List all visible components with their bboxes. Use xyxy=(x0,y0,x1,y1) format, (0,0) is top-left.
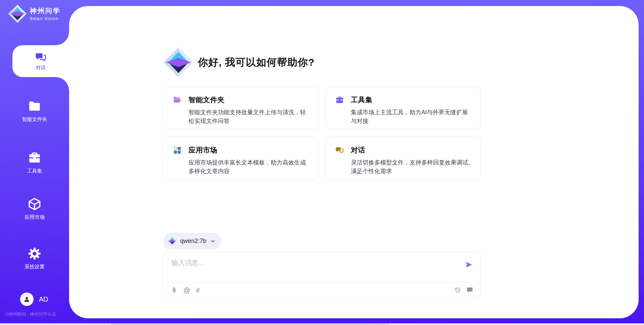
at-icon: @ xyxy=(183,287,190,294)
card-title: 工具集 xyxy=(351,95,373,105)
paperclip-icon xyxy=(171,286,178,294)
model-selector[interactable]: qwen2:7b xyxy=(163,233,221,249)
topic-button[interactable]: # xyxy=(196,287,200,294)
sidebar-item-label: 智能文件夹 xyxy=(0,116,69,123)
app-grid-icon xyxy=(173,146,182,155)
card-description: 智能文件夹功能支持批量文件上传与清洗，轻松实现文件问答 xyxy=(189,108,309,126)
hash-icon: # xyxy=(196,287,200,294)
new-chat-button[interactable] xyxy=(466,286,473,294)
composer: @ # xyxy=(163,252,481,298)
sidebar-item-label: 系统设置 xyxy=(0,264,69,270)
brand-name-cn: 神州问学 xyxy=(30,6,61,15)
horizontal-scrollbar-thumb[interactable] xyxy=(111,323,389,325)
composer-toolbar-right xyxy=(454,286,473,294)
history-button[interactable] xyxy=(454,286,461,294)
chat-icon xyxy=(335,146,344,155)
greeting-text: 你好, 我可以如何帮助你? xyxy=(198,56,315,69)
sidebar-item-toolset[interactable]: 工具集 xyxy=(0,151,69,174)
card-smart-folder[interactable]: 智能文件夹 智能文件夹功能支持批量文件上传与清洗，轻松实现文件问答 xyxy=(163,86,318,129)
model-name: qwen2:7b xyxy=(180,238,206,245)
brand-diamond-icon xyxy=(163,47,194,78)
content-column: 你好, 我可以如何帮助你? 智能文件夹 智能文件夹功能支持批量文件上传与清洗，轻… xyxy=(163,0,481,325)
feature-cards: 智能文件夹 智能文件夹功能支持批量文件上传与清洗，轻松实现文件问答 工具集 集成… xyxy=(163,86,481,180)
sidebar-item-label: 应用市场 xyxy=(0,214,69,220)
sidebar: 神州问学 Smart Vision 对话 智能文件夹 工具集 应用市场 xyxy=(0,0,69,325)
card-header: 智能文件夹 xyxy=(173,95,309,105)
card-title: 智能文件夹 xyxy=(189,95,225,105)
send-button[interactable] xyxy=(465,260,473,269)
toolbox-icon xyxy=(28,151,42,165)
card-description: 灵活切换多模型文件，支持多样回复效果调试, 满足个性化需求 xyxy=(351,158,471,176)
card-description: 应用市场提供丰富长文本模板，助力高效生成多样化文章内容 xyxy=(189,158,309,176)
card-header: 工具集 xyxy=(335,95,471,105)
brand-text: 神州问学 Smart Vision xyxy=(30,6,61,21)
greeting: 你好, 我可以如何帮助你? xyxy=(163,47,315,78)
card-description: 集成市场上主流工具，助力AI与外界无缝扩展与对接 xyxy=(351,108,471,126)
toolbox-icon xyxy=(335,95,344,105)
app-logo: 神州问学 Smart Vision xyxy=(8,4,61,23)
card-title: 对话 xyxy=(351,145,365,155)
gear-icon xyxy=(28,247,42,261)
chat-icon xyxy=(35,51,47,63)
card-header: 应用市场 xyxy=(173,145,309,155)
cube-icon xyxy=(28,197,42,211)
sidebar-item-chat[interactable]: 对话 xyxy=(12,45,69,77)
card-toolset[interactable]: 工具集 集成市场上主流工具，助力AI与外界无缝扩展与对接 xyxy=(325,86,481,129)
send-icon xyxy=(465,260,473,269)
card-app-market[interactable]: 应用市场 应用市场提供丰富长文本模板，助力高效生成多样化文章内容 xyxy=(163,137,318,180)
brand-name-en: Smart Vision xyxy=(30,16,61,21)
message-input[interactable] xyxy=(171,258,460,279)
composer-toolbar: @ # xyxy=(163,282,481,298)
attach-file-button[interactable] xyxy=(171,286,178,294)
sidebar-item-settings[interactable]: 系统设置 xyxy=(0,247,69,270)
sidebar-item-label: 对话 xyxy=(36,65,46,71)
brand-diamond-icon xyxy=(8,4,27,23)
card-title: 应用市场 xyxy=(189,145,217,155)
folder-icon xyxy=(28,99,42,113)
person-icon xyxy=(23,295,31,303)
active-tab-top-fillet xyxy=(56,32,69,45)
active-tab-bottom-fillet xyxy=(56,77,69,90)
sidebar-item-smart-folder[interactable]: 智能文件夹 xyxy=(0,99,69,123)
avatar xyxy=(20,292,34,306)
user-name: AD xyxy=(39,296,48,303)
folder-open-icon xyxy=(173,95,182,105)
chat-bubble-icon xyxy=(466,286,473,294)
copyright-text: ©神州数码 · 神州问学出品 xyxy=(5,311,56,317)
history-icon xyxy=(454,286,461,294)
brand-diamond-icon xyxy=(168,237,177,246)
sidebar-item-label: 工具集 xyxy=(0,168,69,174)
chevron-down-icon xyxy=(210,239,215,244)
card-chat[interactable]: 对话 灵活切换多模型文件，支持多样回复效果调试, 满足个性化需求 xyxy=(325,137,481,180)
user-chip[interactable]: AD xyxy=(20,292,48,306)
mention-button[interactable]: @ xyxy=(183,287,190,294)
card-header: 对话 xyxy=(335,145,471,155)
sidebar-item-app-market[interactable]: 应用市场 xyxy=(0,197,69,220)
